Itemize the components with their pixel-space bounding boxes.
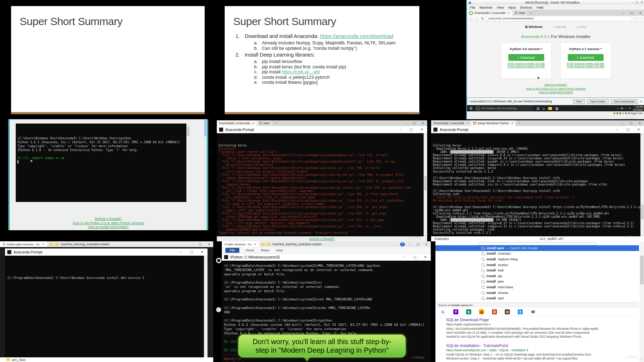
new-tab-button[interactable]: + [516, 120, 523, 126]
taskbar-clock[interactable]: 7:49 PM 12/7/2017 [633, 106, 643, 111]
install-anaconda-link[interactable]: How to Install ANACONDA [10, 225, 207, 229]
page-scrollbar[interactable] [204, 119, 207, 230]
maximize-icon[interactable]: ▢ [410, 122, 419, 125]
close-icon[interactable]: ✕ [420, 255, 431, 259]
minimize-icon[interactable]: – [395, 128, 406, 131]
start-button[interactable]: ⊞ [467, 106, 475, 110]
maximize-icon[interactable]: ▢ [627, 122, 635, 125]
menu-item[interactable]: Machine [479, 5, 492, 9]
console-scrollbar[interactable]: ˄˅ [640, 133, 644, 237]
tab-setup-windows-python[interactable]: Setup Windows Python ✕ [471, 120, 516, 126]
close-icon[interactable]: ✕ [419, 122, 427, 125]
browser-profile-icon[interactable] [216, 307, 221, 312]
close-icon[interactable]: ✕ [636, 11, 644, 15]
tab-close-icon[interactable]: ✕ [467, 122, 469, 125]
close-icon[interactable]: ✕ [640, 1, 643, 4]
store-icon[interactable]: ▦ [555, 107, 558, 110]
result-title[interactable]: SQLite Download Page [446, 318, 630, 322]
terminal-console[interactable]: ˄ (C:\ProgramData\Anaconda3) C:\Users\Wi… [5, 256, 208, 362]
close-icon[interactable]: ✕ [640, 100, 642, 103]
close-icon[interactable]: ✕ [197, 250, 208, 254]
tab-close-icon[interactable]: ✕ [252, 122, 255, 125]
maximize-icon[interactable]: ▢ [623, 128, 633, 131]
maximize-icon[interactable]: ▢ [406, 128, 416, 131]
new-tab-button[interactable]: + [272, 120, 279, 126]
search-suggestion[interactable]: install neptune rising [435, 256, 639, 262]
python35-link[interactable]: How to get Python 3.5 or other Python ve… [10, 221, 207, 225]
tab-start[interactable]: Start [257, 120, 272, 126]
menu-item[interactable]: View [497, 5, 504, 9]
tab-close-icon[interactable]: ✕ [42, 243, 44, 246]
tab-close-icon[interactable]: ✕ [508, 11, 510, 15]
minimize-icon[interactable]: – [612, 128, 623, 131]
download-button-py36[interactable]: ⤓Download [508, 54, 544, 61]
maximize-icon[interactable]: ▢ [409, 255, 420, 259]
engine-icon[interactable]: a [479, 309, 484, 314]
menu-item[interactable]: File [470, 5, 475, 9]
favorites-icon[interactable]: ☆ [634, 17, 637, 20]
tray-grid-icon[interactable]: ▤ [621, 107, 623, 110]
ipython-titlebar[interactable]: IPython: C:\Windows\system32 –▢✕ [222, 254, 431, 261]
ribbon-tab[interactable]: File [225, 248, 239, 253]
open-folder-button[interactable]: Open folder [587, 99, 609, 104]
minimize-icon[interactable]: – [632, 1, 633, 4]
edge-icon[interactable]: e [543, 106, 545, 111]
tray-note-icon[interactable]: ♪ [625, 107, 627, 110]
result-title[interactable]: SQLite Installation - TutorialsPoint [446, 343, 630, 348]
cortana-search[interactable]: I'm Cortana. Ask me anything. [475, 106, 533, 111]
file-explorer-icon[interactable] [548, 107, 552, 110]
back-icon[interactable]: ← [1, 249, 4, 253]
prompt-titlebar[interactable]: Anaconda Prompt –▢✕ [431, 126, 644, 133]
tray-mail-icon[interactable]: ✉ [629, 107, 631, 110]
os-tab-linux[interactable]: △ Linux [576, 25, 587, 29]
maximize-icon[interactable]: ▢ [196, 243, 205, 246]
url-input[interactable]: anaconda.com/download/#windows [487, 16, 632, 21]
engine-icon[interactable]: W [531, 309, 536, 314]
os-tab-windows[interactable]: ⊞ Windows [525, 25, 542, 29]
install-anaconda-link[interactable]: How to Install ANACONDA [467, 91, 644, 95]
reload-icon[interactable]: ↻ [481, 17, 484, 20]
engine-icon[interactable]: Y [453, 309, 458, 314]
ribbon-tab[interactable]: Home [246, 248, 254, 252]
github-octocat-icon[interactable] [216, 258, 221, 263]
file-item-ann-class[interactable]: ann_class [12, 358, 25, 362]
tab-close-icon[interactable]: ✕ [511, 122, 513, 125]
search-suggestion[interactable]: install exodus [435, 262, 639, 268]
results-scrollbar[interactable]: ˅ [640, 241, 644, 362]
search-suggestion[interactable]: install open — Search with Google [435, 245, 639, 251]
url-field-fragment[interactable] [478, 242, 597, 245]
close-icon[interactable]: ✕ [635, 122, 644, 125]
engine-icon[interactable]: ◼ [505, 309, 510, 314]
engine-icon[interactable]: G [440, 309, 445, 314]
menu-item[interactable]: Help [537, 5, 544, 9]
close-icon[interactable]: ✕ [205, 243, 213, 246]
tab-downloads-anaconda[interactable]: Downloads | Anaconda ✕ [467, 10, 512, 16]
tab-close-icon[interactable]: ✕ [254, 243, 256, 246]
tab-downloads-anaconda[interactable]: Downloads | Anaconda ✕ [431, 120, 471, 126]
more-icon[interactable]: ⋯ [639, 17, 642, 20]
firewall-link[interactable]: Behind a firewall? [309, 237, 335, 241]
forward-icon[interactable]: → [475, 17, 479, 20]
python35-link[interactable]: How to get Python 3.5 or other Python ve… [467, 87, 644, 91]
new-tab-button[interactable]: + [527, 10, 535, 16]
console-scrollbar[interactable]: ˄ [186, 124, 190, 202]
prompt-titlebar[interactable]: Anaconda Prompt –▢✕ [5, 248, 208, 256]
minimize-icon[interactable]: – [175, 250, 186, 254]
run-button[interactable]: Run [573, 99, 585, 104]
tray-up-icon[interactable]: ∧ [617, 107, 619, 110]
task-view-icon[interactable]: ▤ [536, 107, 540, 110]
minimize-icon[interactable]: – [399, 255, 409, 259]
installer-link-32[interactable]: 32-Bit Graphical Installer (420 MB) [561, 65, 611, 68]
terminal-console[interactable]: ˄˅ Collecting kerasException:Traceback (… [217, 133, 427, 237]
terminal-console[interactable]: ˄˅ Collecting keras Downloading Keras-2.… [431, 133, 644, 237]
engine-icon[interactable]: O [492, 309, 497, 314]
maximize-icon[interactable]: ▢ [628, 11, 636, 15]
minimize-icon[interactable]: – [187, 243, 196, 246]
console-scrollbar[interactable]: ˄˅ [424, 133, 427, 237]
search-suggestion[interactable]: install chrome [435, 290, 639, 296]
maximize-icon[interactable]: ▢ [186, 250, 197, 254]
minimize-icon[interactable]: – [619, 11, 628, 15]
menu-item[interactable]: Devices [520, 5, 532, 9]
help-icon[interactable]: ? [400, 242, 405, 246]
ribbon-tab[interactable]: View [276, 248, 283, 252]
